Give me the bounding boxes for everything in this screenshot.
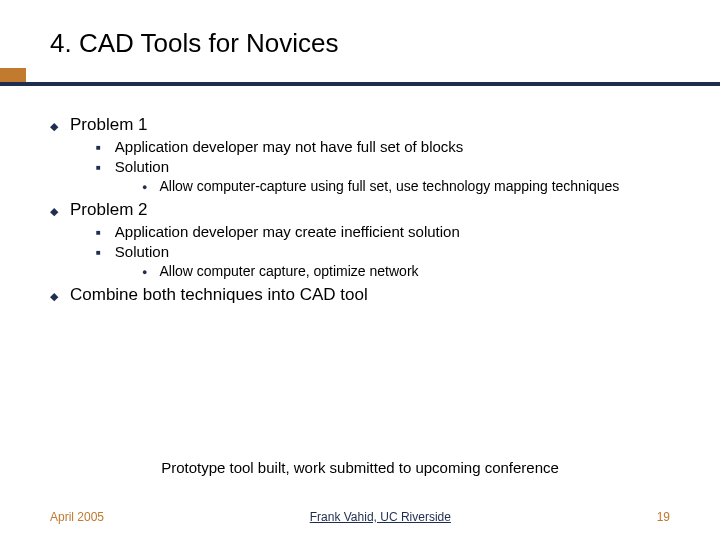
- square-bullet-icon: ■: [96, 143, 101, 152]
- diamond-bullet-icon: ◆: [50, 205, 58, 218]
- square-bullet-icon: ■: [96, 163, 101, 172]
- slide-content: ◆ Problem 1 ■ Application developer may …: [50, 115, 670, 305]
- bullet-problem-2: ◆ Problem 2: [50, 200, 670, 220]
- bullet-text: Problem 2: [70, 200, 147, 220]
- bullet-problem-1-solution-detail: ● Allow computer-capture using full set,…: [142, 178, 670, 194]
- footer-page: 19: [657, 510, 670, 524]
- title-rule: [0, 82, 720, 86]
- diamond-bullet-icon: ◆: [50, 290, 58, 303]
- bullet-text: Application developer may create ineffic…: [115, 223, 460, 240]
- bullet-text: Problem 1: [70, 115, 147, 135]
- bullet-problem-2-detail: ■ Application developer may create ineff…: [96, 223, 670, 240]
- footer: April 2005 Frank Vahid, UC Riverside 19: [0, 510, 720, 524]
- bullet-text: Application developer may not have full …: [115, 138, 464, 155]
- footer-author: Frank Vahid, UC Riverside: [310, 510, 451, 524]
- diamond-bullet-icon: ◆: [50, 120, 58, 133]
- bullet-problem-1-solution: ■ Solution: [96, 158, 670, 175]
- bullet-text: Combine both techniques into CAD tool: [70, 285, 368, 305]
- square-bullet-icon: ■: [96, 228, 101, 237]
- bullet-combine: ◆ Combine both techniques into CAD tool: [50, 285, 670, 305]
- bullet-text: Allow computer capture, optimize network: [159, 263, 418, 279]
- bullet-text: Allow computer-capture using full set, u…: [159, 178, 619, 194]
- bullet-problem-1: ◆ Problem 1: [50, 115, 670, 135]
- title-accent: [0, 68, 26, 82]
- bullet-problem-2-solution-detail: ● Allow computer capture, optimize netwo…: [142, 263, 670, 279]
- footer-date: April 2005: [50, 510, 104, 524]
- bullet-problem-1-detail: ■ Application developer may not have ful…: [96, 138, 670, 155]
- bullet-text: Solution: [115, 158, 169, 175]
- square-bullet-icon: ■: [96, 248, 101, 257]
- dot-bullet-icon: ●: [142, 182, 147, 192]
- footnote: Prototype tool built, work submitted to …: [0, 459, 720, 476]
- bullet-text: Solution: [115, 243, 169, 260]
- slide: 4. CAD Tools for Novices ◆ Problem 1 ■ A…: [0, 0, 720, 540]
- dot-bullet-icon: ●: [142, 267, 147, 277]
- bullet-problem-2-solution: ■ Solution: [96, 243, 670, 260]
- slide-title: 4. CAD Tools for Novices: [50, 28, 670, 59]
